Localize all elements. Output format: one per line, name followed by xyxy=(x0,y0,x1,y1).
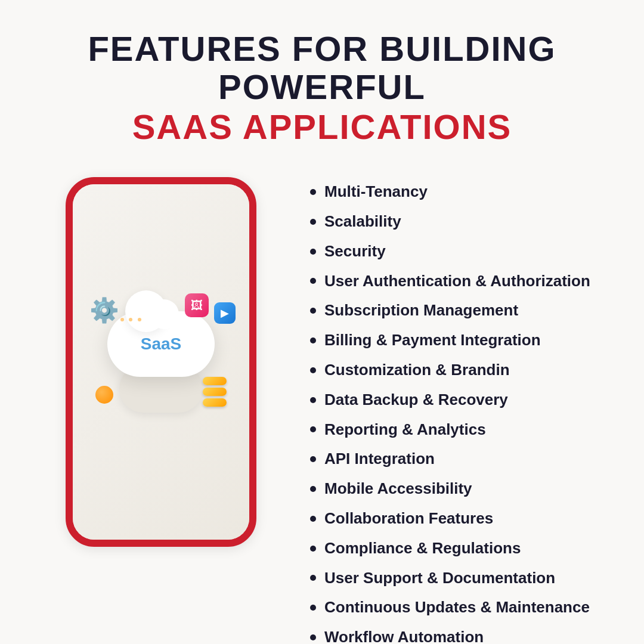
saas-text: SaaS xyxy=(141,335,182,354)
bullet-icon xyxy=(310,456,316,462)
image-icon: 🖼 xyxy=(185,293,209,317)
list-item: Billing & Payment Integration xyxy=(310,326,620,355)
feature-label: Subscription Management xyxy=(324,301,518,321)
bullet-icon xyxy=(310,249,316,255)
list-item: Collaboration Features xyxy=(310,504,620,534)
list-item: Workflow Automation xyxy=(310,623,620,644)
list-item: Multi-Tenancy xyxy=(310,177,620,207)
list-item: Data Backup & Recovery xyxy=(310,385,620,415)
feature-label: Scalability xyxy=(324,212,401,232)
page-header: FEATURES FOR BUILDING POWERFUL SAAS APPL… xyxy=(0,0,644,159)
features-list: Multi-TenancyScalabilitySecurityUser Aut… xyxy=(286,171,620,644)
feature-label: Reporting & Analytics xyxy=(324,420,486,440)
list-item: Subscription Management xyxy=(310,296,620,326)
feature-label: Customization & Brandin xyxy=(324,360,510,380)
feature-label: User Support & Documentation xyxy=(324,568,555,589)
features-ul: Multi-TenancyScalabilitySecurityUser Aut… xyxy=(310,177,620,644)
main-content: ⚙️ 🖼 ▶ SaaS xyxy=(0,159,644,644)
list-item: Mobile Accessibility xyxy=(310,474,620,504)
list-item: Scalability xyxy=(310,207,620,237)
dots-decoration xyxy=(119,314,143,325)
feature-label: Billing & Payment Integration xyxy=(324,330,541,351)
feature-label: API Integration xyxy=(324,449,435,469)
list-item: User Support & Documentation xyxy=(310,564,620,593)
list-item: Continuous Updates & Maintenance xyxy=(310,593,620,623)
list-item: API Integration xyxy=(310,444,620,474)
bullet-icon xyxy=(310,278,316,284)
bullet-icon xyxy=(310,634,316,640)
bullet-icon xyxy=(310,426,316,432)
play-icon: ▶ xyxy=(214,302,236,324)
feature-label: Data Backup & Recovery xyxy=(324,390,508,410)
phone-screen: ⚙️ 🖼 ▶ SaaS xyxy=(73,184,249,540)
coins-icon xyxy=(203,377,227,407)
bullet-icon xyxy=(310,397,316,403)
feature-label: Mobile Accessibility xyxy=(324,479,472,499)
feature-label: Collaboration Features xyxy=(324,509,493,529)
bullet-icon xyxy=(310,308,316,314)
phone-mockup: ⚙️ 🖼 ▶ SaaS xyxy=(36,171,286,547)
bullet-icon xyxy=(310,219,316,225)
gear-icon: ⚙️ xyxy=(89,296,119,324)
list-item: Security xyxy=(310,237,620,267)
feature-label: Compliance & Regulations xyxy=(324,538,521,559)
title-line1: FEATURES FOR BUILDING POWERFUL xyxy=(36,30,608,106)
list-item: User Authentication & Authorization xyxy=(310,267,620,296)
bullet-icon xyxy=(310,189,316,195)
feature-label: Security xyxy=(324,242,386,262)
list-item: Reporting & Analytics xyxy=(310,415,620,445)
bullet-icon xyxy=(310,575,316,581)
bullet-icon xyxy=(310,516,316,522)
list-item: Compliance & Regulations xyxy=(310,534,620,564)
sphere-icon xyxy=(95,386,113,404)
bullet-icon xyxy=(310,486,316,492)
bullet-icon xyxy=(310,605,316,611)
feature-label: Continuous Updates & Maintenance xyxy=(324,597,590,618)
feature-label: Multi-Tenancy xyxy=(324,182,428,202)
saas-illustration: ⚙️ 🖼 ▶ SaaS xyxy=(83,284,239,439)
phone-frame: ⚙️ 🖼 ▶ SaaS xyxy=(66,177,256,547)
bullet-icon xyxy=(310,367,316,373)
bullet-icon xyxy=(310,546,316,552)
feature-label: Workflow Automation xyxy=(324,627,484,644)
list-item: Customization & Brandin xyxy=(310,355,620,385)
title-line2: SAAS APPLICATIONS xyxy=(36,106,608,148)
feature-label: User Authentication & Authorization xyxy=(324,271,590,292)
bullet-icon xyxy=(310,338,316,343)
